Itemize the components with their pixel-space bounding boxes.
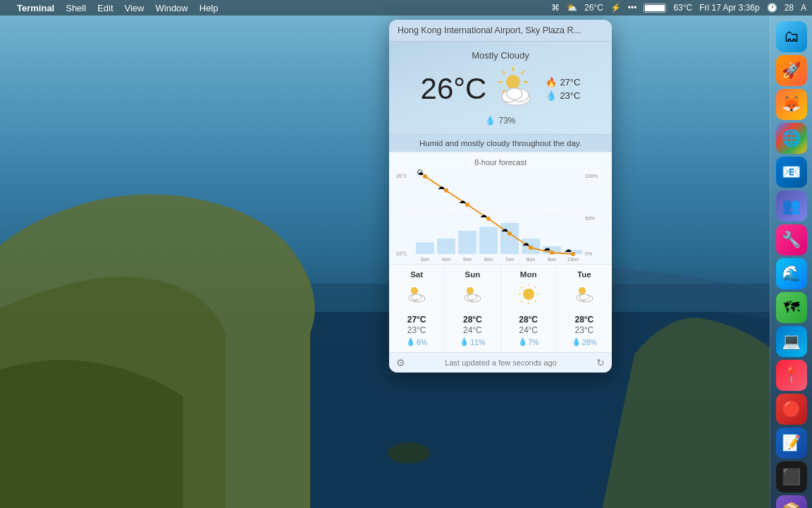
svg-text:☁: ☁: [459, 197, 466, 205]
day-low-mon: 24°C: [519, 325, 538, 335]
notification-count: 28: [785, 3, 794, 13]
day-low-sat: 23°C: [407, 325, 426, 335]
svg-point-3: [506, 75, 520, 89]
dock-icon-jetbrains[interactable]: 🔧: [776, 224, 807, 255]
day-high-tue: 28°C: [574, 315, 593, 325]
weather-main-row: 26°C: [398, 66, 603, 111]
svg-text:☁: ☁: [522, 239, 529, 247]
svg-point-59: [412, 294, 422, 300]
precip-icon-sat: 💧: [406, 337, 415, 346]
battery-temp: 63°C: [673, 3, 692, 13]
dock-icon-maps[interactable]: 🗺: [776, 292, 807, 323]
svg-text:50%: 50%: [585, 216, 595, 221]
dock-icon-launchpad[interactable]: 🚀: [776, 55, 807, 86]
svg-text:4pm: 4pm: [442, 257, 451, 261]
day-high-sat: 27°C: [407, 315, 426, 325]
svg-rect-26: [458, 231, 476, 254]
dock-icon-ultraedit[interactable]: 📝: [776, 428, 807, 459]
svg-text:☁: ☁: [438, 183, 445, 190]
forecast-day-mon: Mon 28°C 24°C 💧 7%: [501, 265, 557, 352]
day-high-mon: 28°C: [519, 315, 538, 325]
dock-icon-firefox[interactable]: 🦊: [776, 89, 807, 120]
dock-icon-webstorm[interactable]: 🌊: [776, 258, 807, 289]
day-precip-tue: 💧 28%: [572, 337, 597, 346]
svg-point-2: [388, 442, 430, 464]
day-icon-sun: [461, 283, 484, 310]
input-language[interactable]: A: [801, 3, 806, 13]
condition-label: Mostly Cloudy: [472, 50, 529, 61]
dock-icon-finder[interactable]: 🗂: [776, 21, 807, 52]
day-icon-tue: [573, 283, 596, 310]
dock-icon-terminal[interactable]: ⬛: [776, 461, 807, 492]
dock-icon-location[interactable]: 📍: [776, 360, 807, 391]
dock-icon-altserver[interactable]: 🔴: [776, 394, 807, 425]
precip-icon-tue: 💧: [572, 337, 581, 346]
day-precip-sat: 💧 6%: [406, 337, 427, 346]
svg-line-9: [522, 71, 524, 73]
day-icon-sat: [405, 283, 428, 310]
weather-widget: Hong Kong International Airport, Sky Pla…: [389, 20, 612, 373]
day-precip-mon: 💧 7%: [518, 337, 539, 346]
menu-dots[interactable]: •••: [628, 3, 637, 13]
chart-container: 26°C 23°C 100% 50% 0%: [395, 169, 606, 261]
svg-text:5pm: 5pm: [463, 257, 472, 261]
menu-view[interactable]: View: [125, 3, 144, 13]
high-temp-val: 27°C: [560, 77, 580, 87]
weather-status-icon: ⛅: [567, 3, 577, 13]
svg-line-69: [521, 287, 522, 289]
precip-val-sun: 11%: [470, 338, 485, 346]
day-precip-sun: 💧 11%: [460, 337, 485, 346]
airplay-icon[interactable]: ⌘: [551, 3, 560, 13]
battery-indicator: [644, 4, 666, 13]
weather-description: Humid and mostly cloudy throughout the d…: [389, 134, 612, 152]
datetime: Fri 17 Apr 3:36p: [699, 3, 759, 13]
dock-icon-scenekit[interactable]: 📦: [776, 495, 807, 508]
high-icon: 🔥: [546, 77, 557, 87]
svg-point-56: [411, 287, 418, 294]
menu-window[interactable]: Window: [156, 3, 188, 13]
precip-val-mon: 7%: [529, 338, 539, 346]
svg-text:7pm: 7pm: [505, 257, 515, 261]
svg-point-60: [467, 287, 474, 294]
menu-help[interactable]: Help: [199, 3, 219, 13]
svg-line-70: [535, 287, 536, 289]
precip-val-sat: 6%: [417, 338, 427, 346]
chart-title: 8-hour forecast: [395, 158, 606, 167]
svg-text:9pm: 9pm: [548, 257, 557, 261]
widget-location-title: Hong Kong International Airport, Sky Pla…: [398, 25, 581, 35]
svg-text:100%: 100%: [585, 174, 598, 179]
clock-icon[interactable]: 🕐: [767, 3, 777, 13]
menu-edit[interactable]: Edit: [97, 3, 113, 13]
dock-icon-chrome[interactable]: 🌐: [776, 123, 807, 154]
last-updated-text: Last updated a few seconds ago: [445, 358, 556, 367]
precip-icon-mon: 💧: [518, 337, 527, 346]
dock-icon-teams[interactable]: 👥: [776, 190, 807, 222]
app-name[interactable]: Terminal: [17, 3, 54, 13]
menubar-left: Terminal Shell Edit View Window Help: [6, 3, 219, 13]
forecast-day-sat: Sat 27°C 23°C 💧 6%: [389, 265, 445, 352]
svg-text:26°C: 26°C: [396, 174, 407, 179]
svg-point-15: [507, 88, 522, 99]
svg-line-72: [535, 301, 536, 302]
svg-point-76: [579, 294, 589, 300]
widget-header: Hong Kong International Airport, Sky Pla…: [389, 20, 612, 42]
refresh-button[interactable]: ↻: [596, 357, 605, 368]
settings-button[interactable]: ⚙: [396, 357, 405, 368]
forecast-day-tue: Tue 28°C 23°C 💧 28%: [557, 265, 612, 352]
svg-text:🌤: 🌤: [417, 169, 424, 176]
svg-point-63: [467, 294, 477, 300]
low-temp-val: 23°C: [560, 90, 580, 101]
dock-icon-outlook[interactable]: 📧: [776, 157, 807, 188]
day-name-sun: Sun: [465, 270, 481, 279]
svg-text:6pm: 6pm: [484, 257, 493, 261]
svg-text:0%: 0%: [585, 251, 592, 256]
weather-temp-status: 26°C: [584, 3, 603, 13]
menu-shell[interactable]: Shell: [66, 3, 86, 13]
dock-icon-vscode[interactable]: 💻: [776, 326, 807, 357]
current-temp: 26°C: [421, 74, 487, 104]
power-icon: ⚡: [610, 3, 621, 13]
high-low: 🔥 27°C 💧 23°C: [546, 77, 580, 101]
humidity-icon: 💧: [485, 116, 496, 126]
day-name-tue: Tue: [577, 270, 591, 279]
svg-text:☁: ☁: [543, 244, 550, 252]
